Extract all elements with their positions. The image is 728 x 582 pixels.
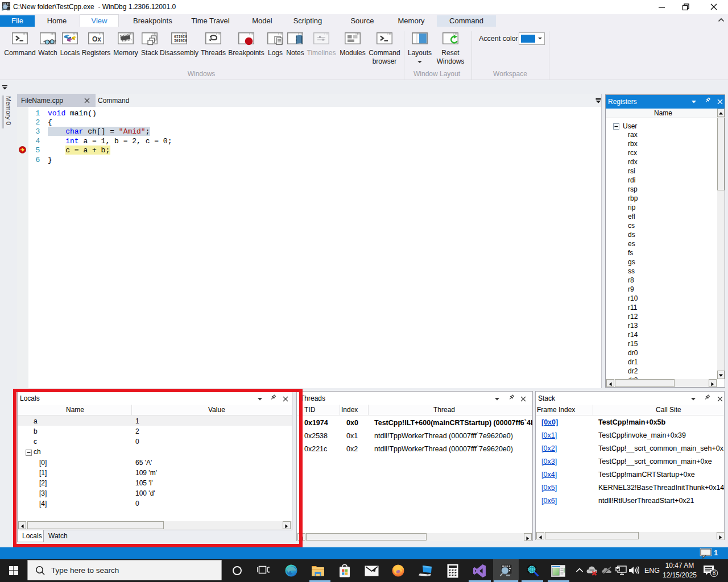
svg-text:I0I0I0: I0I0I0 [174,39,187,43]
svg-text:8: 8 [713,570,716,576]
svg-text:Ox: Ox [92,35,101,43]
